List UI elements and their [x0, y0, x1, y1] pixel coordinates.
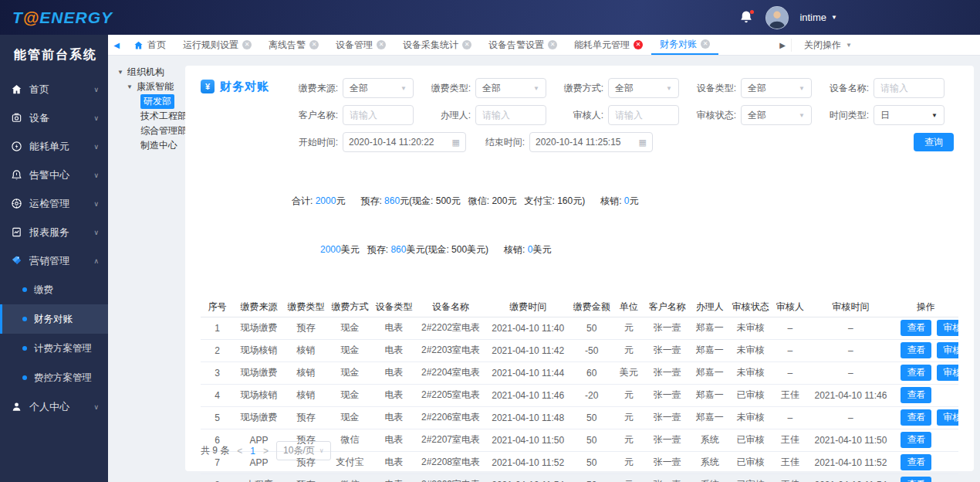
view-button[interactable]: 查看 — [901, 432, 931, 448]
cell-audit-status: 已审核 — [729, 451, 772, 474]
tab-financial-reconciliation[interactable]: 财务对账✕ — [651, 35, 718, 55]
tree-node-company[interactable]: ▼ 康派智能 — [117, 80, 185, 94]
sidebar-item-marketing-mgmt[interactable]: 营销管理∧ — [0, 246, 108, 275]
customer-name-input[interactable]: 请输入 — [343, 105, 414, 125]
tab-device-alarm-settings[interactable]: 设备告警设置✕ — [480, 35, 566, 55]
sidebar-item-alarm-center[interactable]: 告警中心∨ — [0, 161, 108, 189]
tab-close-icon[interactable]: ✕ — [309, 40, 319, 49]
tab-device-mgmt[interactable]: 设备管理✕ — [327, 35, 394, 55]
notification-dot — [750, 10, 754, 14]
view-button[interactable]: 查看 — [901, 387, 931, 403]
cell-handler: 郑嘉一 — [690, 339, 729, 362]
audit-button[interactable]: 审核 — [937, 365, 958, 381]
tab-offline-alarm[interactable]: 离线告警✕ — [260, 35, 327, 55]
query-button[interactable]: 查询 — [914, 133, 954, 151]
sidebar-item-personal-center[interactable]: 个人中心∨ — [0, 392, 108, 421]
view-button[interactable]: 查看 — [901, 409, 931, 426]
cell-audit-time: – — [808, 406, 893, 429]
handler-input[interactable]: 请输入 — [475, 105, 546, 125]
tab-run-rule-settings[interactable]: 运行规则设置✕ — [174, 35, 260, 55]
payment-method-select[interactable]: 全部▼ — [608, 78, 679, 98]
tab-close-icon[interactable]: ✕ — [701, 39, 710, 49]
cell-device-name: 2#2207室电表 — [416, 429, 485, 451]
page-size-select[interactable]: 10条/页 ∨ — [276, 441, 331, 460]
tree-node-label: 制造中心 — [140, 139, 177, 152]
tree-node-label: 研发部 — [140, 94, 174, 109]
tab-close-icon[interactable]: ✕ — [548, 40, 557, 49]
view-button[interactable]: 查看 — [901, 320, 931, 336]
cell-payment-source: 小程序 — [234, 474, 284, 482]
cell-device-type: 电表 — [372, 451, 416, 474]
page-number-1[interactable]: 1 — [250, 446, 255, 457]
next-page-button[interactable]: > — [263, 446, 269, 457]
tab-label: 首页 — [147, 39, 166, 52]
cell-operation: 查看审核 — [893, 406, 958, 429]
sidebar-item-inspection-mgmt[interactable]: 运检管理∨ — [0, 189, 108, 218]
device-name-input[interactable]: 请输入 — [874, 78, 945, 98]
cell-payment-method: 现金 — [328, 362, 372, 384]
start-time-label: 开始时间: — [292, 136, 338, 149]
filter-audit-status: 审核状态:全部▼ — [690, 105, 812, 125]
filter-auditor: 审核人:请输入 — [557, 105, 679, 125]
audit-status-select[interactable]: 全部▼ — [741, 105, 812, 125]
cell-customer-name: 张一壹 — [644, 384, 690, 406]
tabs-scroll-right-icon[interactable]: ▶ — [774, 41, 791, 49]
select-value: 全部 — [615, 82, 634, 95]
sidebar-subitem-fee-control-plan-mgmt[interactable]: 费控方案管理 — [0, 363, 108, 392]
end-time-picker[interactable]: 2020-10-14 11:25:15 ▦ — [529, 132, 653, 152]
col-header-device-type: 设备类型 — [372, 298, 416, 317]
audit-button[interactable]: 审核 — [937, 409, 958, 426]
cell-audit-status: 未审核 — [729, 406, 772, 429]
tab-close-icon[interactable]: ✕ — [462, 40, 471, 49]
prev-page-button[interactable]: < — [237, 446, 242, 457]
tree-node-dept[interactable]: 综合管理部 — [117, 124, 185, 138]
cell-payment-amount: 50 — [570, 429, 613, 451]
tree-node-dept[interactable]: 研发部 — [117, 94, 185, 109]
view-button[interactable]: 查看 — [901, 342, 931, 358]
totals-summary: 合计: 2000元 预存: 860元(现金: 500元 微信: 200元 支付宝… — [292, 161, 958, 290]
cell-auditor: – — [772, 406, 808, 429]
sidebar-subitem-financial-reconciliation[interactable]: 财务对账 — [0, 304, 108, 334]
cell-device-type: 电表 — [372, 317, 416, 339]
notification-bell-icon[interactable] — [739, 10, 755, 25]
cell-customer-name: 张一壹 — [644, 362, 690, 384]
tab-label: 财务对账 — [660, 38, 697, 51]
sidebar-item-report-service[interactable]: 报表服务∨ — [0, 218, 108, 246]
sidebar-item-energy-unit[interactable]: 能耗单元∨ — [0, 132, 108, 161]
audit-button[interactable]: 审核 — [937, 320, 958, 336]
sidebar-item-device[interactable]: 设备∨ — [0, 104, 108, 132]
tab-close-icon[interactable]: ✕ — [242, 40, 252, 49]
user-avatar[interactable] — [765, 6, 789, 29]
payment-type-select[interactable]: 全部▼ — [475, 78, 546, 98]
finance-icon: ¥ — [201, 80, 215, 93]
tab-close-icon[interactable]: ✕ — [634, 40, 643, 49]
select-value: 全部 — [748, 109, 766, 122]
sidebar-subitem-payment[interactable]: 缴费 — [0, 275, 108, 304]
start-time-picker[interactable]: 2020-10-14 11:20:22 ▦ — [343, 132, 466, 152]
tree-node-dept[interactable]: 技术工程部 — [117, 109, 185, 124]
sidebar-subitem-billing-plan-mgmt[interactable]: 计费方案管理 — [0, 334, 108, 363]
sidebar-item-home[interactable]: 首页∨ — [0, 75, 108, 104]
payment-source-select[interactable]: 全部▼ — [343, 78, 414, 98]
device-type-select[interactable]: 全部▼ — [741, 78, 812, 98]
summary-text: 美元 预存: — [341, 244, 391, 255]
close-operations-menu[interactable]: 关闭操作 ▼ — [791, 39, 864, 52]
cell-payment-source: 现场缴费 — [234, 317, 284, 339]
view-button[interactable]: 查看 — [901, 365, 931, 381]
audit-button[interactable]: 审核 — [937, 342, 958, 358]
tab-energy-unit-mgmt[interactable]: 能耗单元管理✕ — [566, 35, 651, 55]
filter-label-device-name: 设备名称: — [823, 82, 869, 95]
auditor-input[interactable]: 请输入 — [608, 105, 679, 125]
tree-node-org-root[interactable]: ▼ 组织机构 — [117, 65, 185, 80]
tab-home[interactable]: 首页 — [125, 35, 174, 55]
time-type-select[interactable]: 日▼ — [874, 105, 945, 125]
cell-audit-time: 2021-04-10 11:52 — [808, 451, 893, 474]
view-button[interactable]: 查看 — [901, 477, 931, 482]
tab-device-collect-stats[interactable]: 设备采集统计✕ — [394, 35, 480, 55]
col-header-audit-time: 审核时间 — [808, 298, 893, 317]
tree-node-dept[interactable]: 制造中心 — [117, 138, 185, 153]
tab-close-icon[interactable]: ✕ — [377, 40, 386, 49]
username-menu[interactable]: intime ▼ — [799, 12, 837, 23]
tabs-scroll-left-icon[interactable]: ◀ — [108, 35, 125, 55]
view-button[interactable]: 查看 — [901, 454, 931, 470]
